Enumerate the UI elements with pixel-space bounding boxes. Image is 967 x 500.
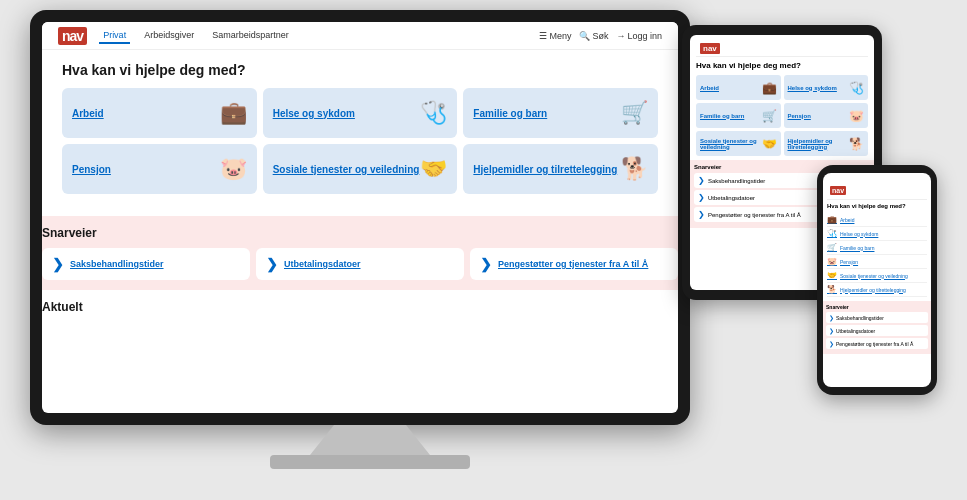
shortcut-arrow-3: ❯ [480, 256, 492, 272]
tablet-pensjon-icon: 🐷 [849, 109, 864, 123]
phone-frame: nav Hva kan vi hjelpe deg med? 💼 Arbeid … [817, 165, 937, 395]
phone-item-arbeid[interactable]: 💼 Arbeid [827, 213, 927, 227]
phone-arbeid-icon: 💼 [827, 215, 837, 224]
category-grid: Arbeid 💼 Helse og sykdom 🩺 Familie og ba… [62, 88, 658, 194]
phone-header: nav [827, 177, 927, 200]
category-arbeid[interactable]: Arbeid 💼 [62, 88, 257, 138]
tablet-heading: Hva kan vi hjelpe deg med? [696, 61, 868, 70]
tablet-helse-icon: 🩺 [849, 81, 864, 95]
category-pensjon[interactable]: Pensjon 🐷 [62, 144, 257, 194]
phone-item-hjelpemidler[interactable]: 🐕 Hjelpemidler og tilrettelegging [827, 283, 927, 297]
aktuelt-section: Aktuelt [42, 290, 678, 332]
shortcut-saksbehandling[interactable]: ❯ Saksbehandlingstider [42, 248, 250, 280]
phone-pensjon-icon: 🐷 [827, 257, 837, 266]
tablet-hjelpemidler-icon: 🐕 [849, 137, 864, 151]
monitor-base [270, 455, 470, 469]
tablet-card-pensjon[interactable]: Pensjon 🐷 [784, 103, 869, 128]
shortcut-arrow-2: ❯ [266, 256, 278, 272]
nav-logo: nav [58, 27, 87, 45]
category-helse[interactable]: Helse og sykdom 🩺 [263, 88, 458, 138]
tab-arbeidsgiver[interactable]: Arbeidsgiver [140, 28, 198, 44]
menu-action[interactable]: ☰ Meny [539, 31, 571, 41]
nav-website: nav Privat Arbeidsgiver Samarbeidspartne… [42, 22, 678, 413]
menu-icon: ☰ [539, 31, 547, 41]
category-familie[interactable]: Familie og barn 🛒 [463, 88, 658, 138]
tablet-sosiale-icon: 🤝 [762, 137, 777, 151]
login-icon: → [616, 31, 625, 41]
scene: nav Privat Arbeidsgiver Samarbeidspartne… [0, 0, 967, 500]
monitor-stand [310, 425, 430, 455]
phone-item-familie[interactable]: 🛒 Familie og barn [827, 241, 927, 255]
phone-arrow-1: ❯ [829, 314, 834, 321]
tab-privat[interactable]: Privat [99, 28, 130, 44]
phone-arrow-2: ❯ [829, 327, 834, 334]
monitor-screen: nav Privat Arbeidsgiver Samarbeidspartne… [42, 22, 678, 413]
hjelpemidler-icon: 🐕 [621, 156, 648, 182]
tablet-header: nav [696, 41, 868, 57]
familie-icon: 🛒 [621, 100, 648, 126]
tablet-arbeid-icon: 💼 [762, 81, 777, 95]
phone-shortcut-1[interactable]: ❯ Saksbehandlingstider [826, 312, 928, 323]
category-sosiale[interactable]: Sosiale tjenester og veiledning 🤝 [263, 144, 458, 194]
phone: nav Hva kan vi hjelpe deg med? 💼 Arbeid … [817, 165, 937, 395]
phone-helse-icon: 🩺 [827, 229, 837, 238]
tablet-card-hjelpemidler[interactable]: Hjelpemidler og tilrettelegging 🐕 [784, 131, 869, 156]
phone-sosiale-icon: 🤝 [827, 271, 837, 280]
phone-shortcuts: Snarveier ❯ Saksbehandlingstider ❯ Utbet… [823, 301, 931, 354]
phone-hjelpemidler-icon: 🐕 [827, 285, 837, 294]
tablet-logo: nav [700, 44, 720, 53]
tablet-card-helse[interactable]: Helse og sykdom 🩺 [784, 75, 869, 100]
site-header: nav Privat Arbeidsgiver Samarbeidspartne… [42, 22, 678, 50]
nav-tabs: Privat Arbeidsgiver Samarbeidspartner [99, 28, 293, 44]
search-action[interactable]: 🔍 Søk [579, 31, 608, 41]
phone-item-sosiale[interactable]: 🤝 Sosiale tjenester og veiledning [827, 269, 927, 283]
phone-screen: nav Hva kan vi hjelpe deg med? 💼 Arbeid … [823, 173, 931, 387]
phone-shortcut-3[interactable]: ❯ Pengestøtter og tjenester fra A til Å [826, 338, 928, 349]
page-heading: Hva kan vi hjelpe deg med? [62, 62, 658, 78]
tablet-arrow-3: ❯ [698, 210, 705, 219]
search-icon: 🔍 [579, 31, 590, 41]
shortcuts-heading: Snarveier [42, 226, 678, 240]
shortcuts-grid: ❯ Saksbehandlingstider ❯ Utbetalingsdato… [42, 248, 678, 280]
category-hjelpemidler[interactable]: Hjelpemidler og tilrettelegging 🐕 [463, 144, 658, 194]
shortcuts-section: Snarveier ❯ Saksbehandlingstider ❯ Utbet… [42, 216, 678, 290]
main-content: Hva kan vi hjelpe deg med? Arbeid 💼 Hels… [42, 50, 678, 216]
shortcut-utbetaling[interactable]: ❯ Utbetalingsdatoer [256, 248, 464, 280]
monitor-frame: nav Privat Arbeidsgiver Samarbeidspartne… [30, 10, 690, 425]
monitor: nav Privat Arbeidsgiver Samarbeidspartne… [30, 10, 710, 470]
phone-logo: nav [830, 179, 846, 197]
tablet-card-familie[interactable]: Familie og barn 🛒 [696, 103, 781, 128]
phone-familie-icon: 🛒 [827, 243, 837, 252]
shortcut-arrow-1: ❯ [52, 256, 64, 272]
sosiale-icon: 🤝 [420, 156, 447, 182]
shortcut-pengstotter[interactable]: ❯ Pengestøtter og tjenester fra A til Å [470, 248, 678, 280]
login-action[interactable]: → Logg inn [616, 31, 662, 41]
phone-item-helse[interactable]: 🩺 Helse og sykdom [827, 227, 927, 241]
phone-item-pensjon[interactable]: 🐷 Pensjon [827, 255, 927, 269]
helse-icon: 🩺 [420, 100, 447, 126]
nav-actions: ☰ Meny 🔍 Søk → Logg inn [539, 31, 662, 41]
tablet-familie-icon: 🛒 [762, 109, 777, 123]
phone-content: nav Hva kan vi hjelpe deg med? 💼 Arbeid … [823, 173, 931, 358]
phone-arrow-3: ❯ [829, 340, 834, 347]
pensjon-icon: 🐷 [220, 156, 247, 182]
tablet-card-arbeid[interactable]: Arbeid 💼 [696, 75, 781, 100]
phone-list: 💼 Arbeid 🩺 Helse og sykdom 🛒 Familie og … [827, 213, 927, 297]
phone-heading: Hva kan vi hjelpe deg med? [827, 203, 927, 209]
tab-samarbeidspartner[interactable]: Samarbeidspartner [208, 28, 293, 44]
tablet-arrow-2: ❯ [698, 193, 705, 202]
tablet-grid: Arbeid 💼 Helse og sykdom 🩺 Familie og ba… [696, 75, 868, 156]
arbeid-icon: 💼 [220, 100, 247, 126]
phone-shortcut-2[interactable]: ❯ Utbetalingsdatoer [826, 325, 928, 336]
phone-shortcuts-heading: Snarveier [826, 304, 928, 310]
aktuelt-heading: Aktuelt [42, 300, 678, 314]
tablet-card-sosiale[interactable]: Sosiale tjenester og veiledning 🤝 [696, 131, 781, 156]
tablet-arrow-1: ❯ [698, 176, 705, 185]
